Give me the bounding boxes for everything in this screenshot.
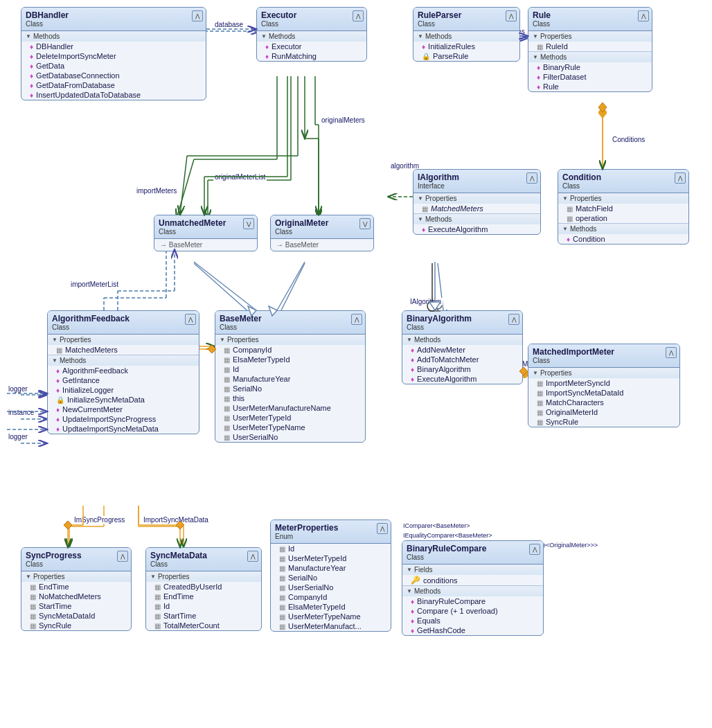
smd-collapse[interactable]: ⋀	[247, 551, 258, 562]
rule-methods-section: ▼ Methods ♦ BinaryRule ♦ FilterDataset ♦…	[528, 52, 652, 91]
unmatchedmeter-box: UnmatchedMeter Class ⋁ → BaseMeter	[154, 215, 258, 251]
sp-stereotype: Class	[26, 560, 127, 568]
ruleparser-item-1: ♦ InitializeRules	[413, 42, 519, 51]
mp-collapse[interactable]: ⋀	[377, 523, 388, 534]
bm-item-9: ▦ UserSerialNo	[215, 432, 365, 442]
ialgorithm-title: IAlgorithm	[418, 172, 536, 182]
brc-item-4: ♦ GetHashCode	[402, 625, 543, 635]
algorithmfeedback-header: AlgorithmFeedback Class ⋀	[48, 311, 199, 335]
condition-collapse[interactable]: ⋀	[675, 172, 686, 184]
originalmeter-stereotype: Class	[275, 228, 369, 236]
condition-box: Condition Class ⋀ ▼ Properties ▦ MatchFi…	[558, 169, 689, 245]
executor-methods-section: ▼ Methods ♦ Executor ♦ RunMatching	[257, 31, 366, 61]
ruleparser-collapse[interactable]: ⋀	[506, 10, 517, 21]
smd-header: SyncMetaData Class ⋀	[146, 548, 261, 571]
svg-marker-49	[598, 103, 607, 112]
unmatchedmeter-title: UnmatchedMeter	[159, 218, 253, 228]
ialgorithm-header: IAlgorithm Interface ⋀	[413, 170, 540, 193]
mp-stereotype: Enum	[275, 533, 386, 540]
rule-header: Rule Class ⋀	[528, 8, 652, 31]
executor-stereotype: Class	[261, 20, 362, 28]
rule-props-section: ▼ Properties ▦ RuleId	[528, 31, 652, 52]
ba-collapse[interactable]: ⋀	[508, 314, 519, 325]
bm-item-4: ▦ ManufactureYear	[215, 374, 365, 384]
ialgorithm-box: IAlgorithm Interface ⋀ ▼ Properties ▦ Ma…	[413, 169, 541, 235]
ruleparser-methods-section: ▼ Methods ♦ InitializeRules 🔒 ParseRule	[413, 31, 519, 61]
mp-item-8: ▦ UserMeterTypeName	[271, 612, 391, 621]
dbhandler-item-4: ♦ GetDatabaseConnection	[21, 71, 206, 80]
brc-methods-section: ▼ Methods ♦ BinaryRuleCompare ♦ Compare …	[402, 586, 543, 635]
dbhandler-collapse[interactable]: ⋀	[192, 10, 203, 21]
sp-item-3: ▦ StartTime	[21, 601, 131, 611]
originalmeter-collapse[interactable]: ⋁	[359, 218, 371, 229]
label-database: database	[213, 21, 244, 28]
unmatchedmeter-collapse[interactable]: ⋁	[243, 218, 254, 229]
dbhandler-item-5: ♦ GetDataFromDatabase	[21, 80, 206, 90]
mim-title: MatchedImportMeter	[533, 347, 675, 357]
smd-title: SyncMetaData	[150, 551, 257, 560]
mp-item-1: ▦ Id	[271, 544, 391, 553]
condition-stereotype: Class	[562, 182, 684, 190]
ruleparser-header: RuleParser Class ⋀	[413, 8, 519, 31]
smd-props-header: ▼ Properties	[146, 571, 261, 582]
bm-item-3: ▦ Id	[215, 364, 365, 374]
executor-box: Executor Class ⋀ ▼ Methods ♦ Executor ♦ …	[256, 7, 367, 62]
sp-header: SyncProgress Class ⋀	[21, 548, 131, 571]
brc-collapse[interactable]: ⋀	[529, 544, 540, 555]
condition-methods-section: ▼ Methods ♦ Condition	[558, 224, 688, 244]
dbhandler-item-2: ♦ DeleteImportSyncMeter	[21, 51, 206, 61]
af-item-6: ♦ UpdateImportSyncProgress	[48, 414, 199, 424]
brc-stereotype: Class	[407, 553, 539, 561]
mim-collapse[interactable]: ⋀	[666, 347, 677, 358]
ialgorithm-collapse[interactable]: ⋀	[526, 172, 537, 184]
ba-methods-header: ▼ Methods	[402, 335, 522, 345]
dbhandler-item-6: ♦ InsertUpdatedDataToDatabase	[21, 90, 206, 100]
mp-items-section: ▦ Id ▦ UserMeterTypeId ▦ ManufactureYear…	[271, 544, 391, 631]
label-logger1: logger	[7, 385, 29, 393]
rule-collapse[interactable]: ⋀	[638, 10, 649, 21]
syncprogress-box: SyncProgress Class ⋀ ▼ Properties ▦ EndT…	[21, 547, 132, 631]
brc-header: BinaryRuleCompare Class ⋀	[402, 541, 543, 565]
condition-methods-header: ▼ Methods	[558, 224, 688, 234]
basemeter-collapse[interactable]: ⋀	[351, 314, 362, 325]
af-item-4: 🔒 InitializeSyncMetaData	[48, 395, 199, 405]
mim-item-2: ▦ ImportSyncMetaDataId	[528, 388, 679, 398]
sp-item-4: ▦ SyncMetaDataId	[21, 611, 131, 621]
dbhandler-header: DBHandler Class ⋀	[21, 8, 206, 31]
mp-item-2: ▦ UserMeterTypeId	[271, 553, 391, 563]
ba-header: BinaryAlgorithm Class ⋀	[402, 311, 522, 335]
svg-line-45	[180, 156, 187, 215]
ialgorithm-item-exec: ♦ ExecuteAlgorithm	[413, 224, 540, 234]
dbhandler-title: DBHandler	[26, 10, 202, 20]
brc-item-conditions: 🔑 conditions	[402, 575, 543, 585]
brc-fields-section: ▼ Fields 🔑 conditions	[402, 565, 543, 586]
originalmeter-box: OriginalMeter Class ⋁ → BaseMeter	[270, 215, 374, 251]
rule-stereotype: Class	[533, 20, 648, 28]
ba-methods-section: ▼ Methods ♦ AddNewMeter ♦ AddToMatchMete…	[402, 335, 522, 384]
sp-props-header: ▼ Properties	[21, 571, 131, 582]
sp-item-2: ▦ NoMatchedMeters	[21, 592, 131, 601]
algorithmfeedback-collapse[interactable]: ⋀	[185, 314, 196, 325]
mp-item-9: ▦ UserMeterManufact...	[271, 621, 391, 631]
label-logger2: logger	[7, 433, 29, 441]
rule-box: Rule Class ⋀ ▼ Properties ▦ RuleId ▼ Met…	[528, 7, 652, 92]
smd-item-2: ▦ EndTime	[146, 592, 261, 601]
brc-item-1: ♦ BinaryRuleCompare	[402, 596, 543, 606]
dbhandler-stereotype: Class	[26, 20, 202, 28]
condition-item-operation: ▦ operation	[558, 213, 688, 223]
binaryalgorithm-box: BinaryAlgorithm Class ⋀ ▼ Methods ♦ AddN…	[402, 310, 523, 384]
executor-title: Executor	[261, 10, 362, 20]
mim-stereotype: Class	[533, 357, 675, 364]
unmatchedmeter-header: UnmatchedMeter Class ⋁	[154, 215, 257, 239]
af-item-1: ♦ AlgorithmFeedback	[48, 366, 199, 375]
label-ialgorithm: IAlgorithm	[409, 298, 443, 305]
sp-item-5: ▦ SyncRule	[21, 621, 131, 630]
svg-line-12	[177, 159, 194, 218]
ruleparser-item-2: 🔒 ParseRule	[413, 51, 519, 61]
sp-collapse[interactable]: ⋀	[117, 551, 128, 562]
af-item-3: ♦ InitializeLogger	[48, 385, 199, 395]
executor-collapse[interactable]: ⋀	[353, 10, 364, 21]
dbhandler-methods-section: ▼ Methods ♦ DBHandler ♦ DeleteImportSync…	[21, 31, 206, 100]
label-originalMeters: originalMeters	[320, 116, 366, 124]
condition-props-section: ▼ Properties ▦ MatchField ▦ operation	[558, 193, 688, 224]
